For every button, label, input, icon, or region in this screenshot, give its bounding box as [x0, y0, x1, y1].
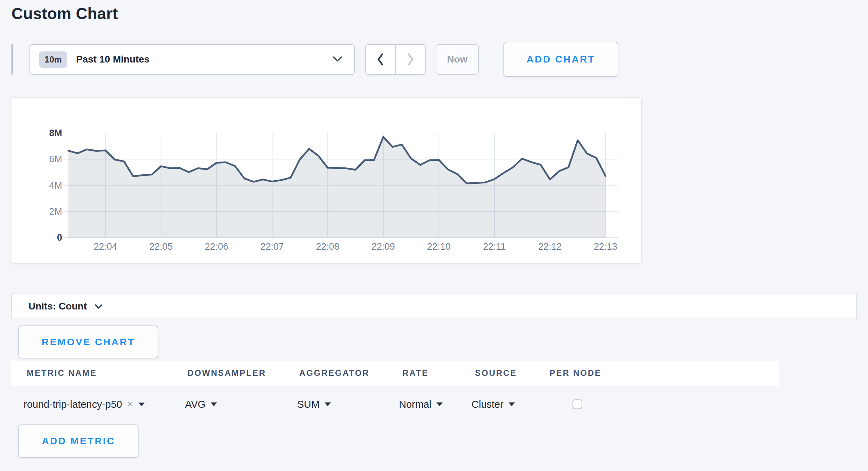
chevron-left-icon: [376, 53, 385, 66]
prev-time-button[interactable]: [366, 45, 395, 74]
y-axis-tick-label: 8M: [22, 128, 62, 139]
column-header-per-node: PER NODE: [550, 368, 601, 378]
caret-down-icon: [139, 403, 145, 406]
aggregator-dropdown[interactable]: SUM: [297, 399, 331, 410]
next-time-button[interactable]: [395, 45, 425, 74]
units-dropdown[interactable]: Units: Count: [11, 294, 857, 319]
time-range-label: Past 10 Minutes: [76, 54, 150, 65]
page-title: Custom Chart: [11, 4, 118, 23]
x-axis-tick-label: 22:06: [189, 241, 244, 252]
source-dropdown[interactable]: Cluster: [471, 399, 515, 410]
timeseries-chart[interactable]: [11, 98, 641, 263]
column-header-source: SOURCE: [475, 368, 517, 378]
aggregator-value: SUM: [297, 399, 319, 410]
x-axis-tick-label: 22:05: [133, 241, 189, 252]
units-label: Units: Count: [28, 301, 87, 312]
x-axis-tick-label: 22:04: [78, 241, 133, 252]
downsampler-value: AVG: [185, 399, 206, 410]
metric-row: round-trip-latency-p50 × AVG SUM Normal …: [11, 386, 857, 423]
chevron-right-icon: [406, 53, 415, 66]
x-axis-tick-label: 22:10: [411, 241, 467, 252]
x-axis-tick-label: 22:08: [300, 241, 356, 252]
y-axis-tick-label: 0: [22, 232, 62, 243]
y-axis-tick-label: 2M: [22, 206, 62, 217]
per-node-checkbox[interactable]: [573, 399, 582, 409]
caret-down-icon: [436, 403, 443, 406]
column-header-downsampler: DOWNSAMPLER: [187, 368, 266, 378]
metric-name-dropdown[interactable]: round-trip-latency-p50 ×: [24, 398, 145, 411]
time-step-button-group: [365, 44, 426, 75]
chart-card: 02M4M6M8M22:0422:0522:0622:0722:0822:092…: [11, 97, 642, 264]
chart-area-fill: [68, 137, 606, 238]
y-axis-tick-label: 6M: [22, 154, 62, 165]
rate-value: Normal: [399, 399, 431, 410]
metrics-table-header: METRIC NAME DOWNSAMPLER AGGREGATOR RATE …: [11, 361, 779, 386]
downsampler-dropdown[interactable]: AVG: [185, 399, 217, 410]
remove-chart-button[interactable]: REMOVE CHART: [18, 325, 158, 358]
source-value: Cluster: [471, 399, 503, 410]
column-header-metric-name: METRIC NAME: [27, 368, 97, 378]
toolbar-divider: [11, 44, 13, 75]
y-axis-tick-label: 4M: [22, 180, 62, 191]
x-axis-tick-label: 22:12: [522, 241, 578, 252]
time-range-dropdown[interactable]: 10m Past 10 Minutes: [30, 44, 355, 75]
chevron-down-icon: [94, 304, 103, 309]
add-chart-button[interactable]: ADD CHART: [503, 42, 618, 77]
x-axis-tick-label: 22:07: [244, 241, 300, 252]
rate-dropdown[interactable]: Normal: [399, 399, 443, 410]
caret-down-icon: [325, 403, 331, 406]
caret-down-icon: [211, 403, 217, 406]
chevron-down-icon: [333, 56, 342, 63]
x-axis-tick-label: 22:09: [356, 241, 411, 252]
x-axis-tick-label: 22:11: [467, 241, 522, 252]
metric-name-value: round-trip-latency-p50: [24, 399, 122, 410]
x-axis-tick-label: 22:13: [578, 241, 633, 252]
column-header-aggregator: AGGREGATOR: [299, 368, 369, 378]
now-button[interactable]: Now: [436, 44, 479, 75]
time-range-badge: 10m: [39, 51, 67, 68]
add-metric-button[interactable]: ADD METRIC: [18, 424, 139, 458]
column-header-rate: RATE: [402, 368, 429, 378]
caret-down-icon: [509, 403, 515, 406]
clear-metric-icon[interactable]: ×: [127, 398, 133, 411]
